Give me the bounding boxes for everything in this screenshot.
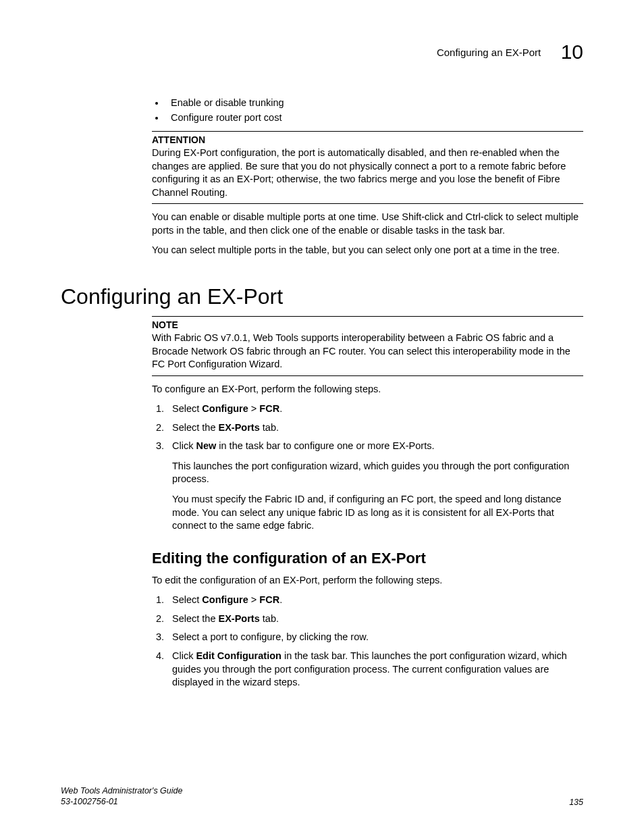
step-bold: EX-Ports bbox=[219, 613, 260, 624]
step-bold: FCR bbox=[259, 403, 279, 414]
bullet-item: Configure router port cost bbox=[165, 112, 583, 123]
step-text: Select the bbox=[172, 422, 219, 433]
rule bbox=[152, 316, 583, 317]
steps-list: Select Configure > FCR. Select the EX-Po… bbox=[152, 402, 583, 533]
header-title: Configuring an EX-Port bbox=[437, 47, 541, 58]
step-text: Select the bbox=[172, 613, 219, 624]
paragraph: You can enable or disable multiple ports… bbox=[152, 211, 583, 237]
step-subparagraph: This launches the port configuration wiz… bbox=[172, 460, 583, 486]
step-text: tab. bbox=[260, 422, 279, 433]
attention-label: ATTENTION bbox=[152, 134, 583, 145]
step-text: in the task bar to configure one or more… bbox=[216, 440, 434, 451]
intro-paragraph: To edit the configuration of an EX-Port,… bbox=[152, 574, 583, 588]
header-chapter: 10 bbox=[561, 41, 583, 63]
step-bold: New bbox=[196, 440, 216, 451]
step-bold: EX-Ports bbox=[219, 422, 260, 433]
section-body: NOTE With Fabric OS v7.0.1, Web Tools su… bbox=[152, 316, 583, 689]
attention-text: During EX-Port configuration, the port i… bbox=[152, 147, 583, 199]
step-text: tab. bbox=[260, 613, 279, 624]
step-item: Click New in the task bar to configure o… bbox=[167, 440, 583, 532]
step-text: . bbox=[279, 403, 282, 414]
steps-list: Select Configure > FCR. Select the EX-Po… bbox=[152, 594, 583, 689]
note-text: With Fabric OS v7.0.1, Web Tools support… bbox=[152, 332, 583, 371]
step-text: Click bbox=[172, 650, 196, 661]
step-item: Select the EX-Ports tab. bbox=[167, 421, 583, 435]
step-item: Select Configure > FCR. bbox=[167, 402, 583, 416]
subsection-heading: Editing the configuration of an EX-Port bbox=[152, 550, 583, 567]
paragraph: You can select multiple ports in the tab… bbox=[152, 244, 583, 257]
footer-docnum: 53-1002756-01 bbox=[61, 796, 182, 807]
step-text: Select bbox=[172, 594, 202, 605]
page-footer: Web Tools Administrator's Guide 53-10027… bbox=[61, 785, 583, 808]
step-text: . bbox=[279, 594, 282, 605]
step-bold: Configure bbox=[202, 594, 248, 605]
content-body: Enable or disable trunking Configure rou… bbox=[152, 97, 583, 257]
step-text: Select a port to configure, by clicking … bbox=[172, 631, 369, 642]
step-bold: Edit Configuration bbox=[196, 650, 281, 661]
page: Configuring an EX-Port 10 Enable or disa… bbox=[0, 0, 644, 834]
section-heading: Configuring an EX-Port bbox=[61, 284, 583, 309]
step-item: Select Configure > FCR. bbox=[167, 594, 583, 607]
step-item: Click Edit Configuration in the task bar… bbox=[167, 650, 583, 689]
footer-page: 135 bbox=[569, 798, 583, 807]
step-subparagraph: You must specify the Fabric ID and, if c… bbox=[172, 493, 583, 533]
step-text: Select bbox=[172, 403, 202, 414]
rule bbox=[152, 375, 583, 376]
step-text: > bbox=[248, 594, 260, 605]
rule bbox=[152, 203, 583, 204]
step-text: > bbox=[248, 403, 260, 414]
footer-guide: Web Tools Administrator's Guide bbox=[61, 785, 182, 796]
rule bbox=[152, 131, 583, 132]
step-text: Click bbox=[172, 440, 196, 451]
bullet-item: Enable or disable trunking bbox=[165, 97, 583, 108]
step-bold: Configure bbox=[202, 403, 248, 414]
step-item: Select a port to configure, by clicking … bbox=[167, 631, 583, 644]
step-bold: FCR bbox=[259, 594, 279, 605]
feature-bullets: Enable or disable trunking Configure rou… bbox=[152, 97, 583, 123]
page-header: Configuring an EX-Port 10 bbox=[61, 41, 583, 63]
step-item: Select the EX-Ports tab. bbox=[167, 613, 583, 626]
intro-paragraph: To configure an EX-Port, perform the fol… bbox=[152, 383, 583, 396]
footer-left: Web Tools Administrator's Guide 53-10027… bbox=[61, 785, 182, 808]
note-label: NOTE bbox=[152, 319, 583, 330]
